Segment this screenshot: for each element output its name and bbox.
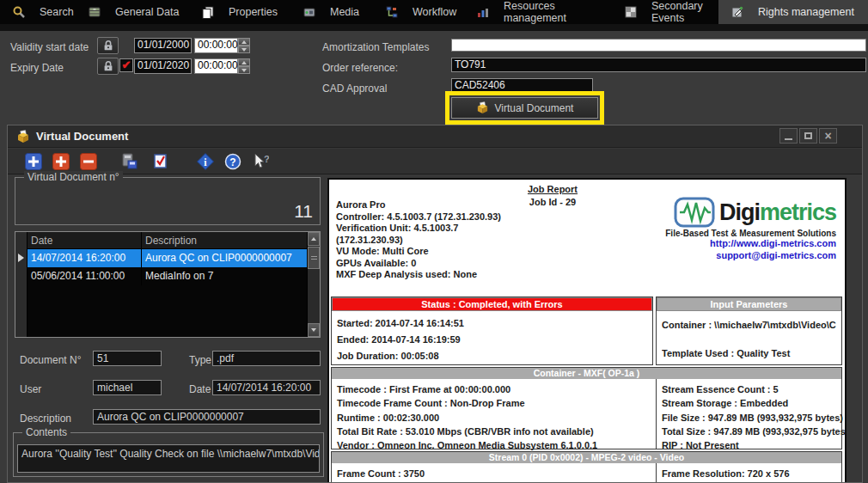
expiry-lock-button[interactable]	[97, 58, 119, 75]
arrow-up-icon	[311, 237, 316, 241]
expiry-time-stepper	[238, 58, 250, 74]
maximize-button[interactable]	[799, 128, 817, 144]
dialog-titlebar[interactable]: Virtual Document ×	[8, 125, 862, 148]
current-row-marker-icon	[18, 254, 24, 262]
table-scrollbar[interactable]	[307, 232, 320, 337]
column-header-description[interactable]: Description	[142, 232, 200, 248]
type-field[interactable]: .pdf	[212, 351, 321, 366]
tab-media[interactable]: Media	[290, 0, 373, 24]
order-reference-field[interactable]: TO791	[451, 58, 866, 72]
report-line: Timecode : First Frame at 00:00:00.000	[337, 382, 656, 396]
report-line: Ended: 2014-07-14 16:19:59	[337, 334, 647, 345]
brand-url: http://www.digi-metrics.com	[621, 238, 836, 250]
expiry-time-field[interactable]: 00:00:00	[194, 58, 238, 74]
save-button[interactable]	[121, 153, 138, 170]
digimetrics-logo: Digimetrics File-Based Test & Measuremen…	[621, 197, 836, 261]
order-reference-label: Order reference:	[322, 62, 398, 74]
input-parameters-header: Input Parameters	[657, 297, 841, 311]
report-line: File Size : 947.89 MB (993,932,975 bytes…	[662, 411, 841, 425]
delete-record-button[interactable]	[80, 153, 97, 170]
input-parameter-lines: Container : \\michaelw7\mtxdb\Video\CLIP…	[657, 311, 841, 358]
tab-rights-management[interactable]: Rights management	[718, 0, 868, 24]
description-label: Description	[20, 413, 71, 425]
tab-properties[interactable]: Properties	[189, 0, 290, 24]
spin-down-button[interactable]	[238, 46, 250, 53]
arrow-down-icon	[311, 328, 316, 332]
window-controls: ×	[779, 128, 837, 144]
arrow-up-icon	[241, 40, 247, 44]
scroll-up-button[interactable]	[308, 232, 320, 246]
spin-down-button[interactable]	[238, 66, 250, 74]
svg-text:?: ?	[229, 156, 235, 168]
search-icon	[12, 5, 26, 19]
report-line: Stream Storage : Embedded	[662, 396, 841, 410]
stream-section: Stream 0 (PID 0x0002) - MPEG-2 video - V…	[331, 451, 842, 483]
spin-up-button[interactable]	[238, 38, 250, 46]
add-record-button[interactable]	[25, 153, 42, 170]
brand-name: Digimetrics	[719, 201, 836, 224]
info-button[interactable]: i	[197, 153, 214, 170]
svg-text:?: ?	[264, 154, 269, 164]
report-line: MXF Deep Analysis used: None	[336, 269, 501, 281]
lock-icon	[102, 40, 114, 52]
validity-date-field[interactable]: 01/01/2000	[134, 38, 192, 53]
help-button[interactable]: ?	[224, 153, 241, 170]
spin-up-button[interactable]	[238, 58, 250, 66]
report-line: Frame Resolution: 720 x 576	[662, 467, 841, 480]
report-line: Started: 2014-07-14 16:14:51	[337, 318, 647, 328]
app-window: Search General Data Properties Media Wor…	[0, 0, 868, 483]
amortization-input[interactable]	[451, 39, 866, 52]
button-label: Virtual Document	[495, 102, 574, 114]
group-label: Virtual Document n°	[24, 171, 123, 183]
virtual-document-number: 11	[294, 201, 313, 222]
tab-general-data[interactable]: General Data	[76, 0, 189, 24]
date-field[interactable]: 14/07/2014 16:20:00	[212, 380, 321, 395]
context-help-button[interactable]: ?	[252, 153, 269, 170]
cell-date: 14/07/2014 16:20:00	[28, 249, 142, 267]
report-line: Job Duration: 00:05:08	[337, 351, 647, 361]
cell-description: Aurora QC on CLIP0000000007	[142, 249, 307, 267]
virtual-document-number-group: Virtual Document n° 11	[15, 177, 321, 225]
expiry-checkbox[interactable]: ✔	[119, 58, 133, 72]
user-field[interactable]: michael	[93, 380, 162, 395]
validity-lock-button[interactable]	[97, 37, 119, 54]
status-lines: Started: 2014-07-14 16:14:51Ended: 2014-…	[332, 311, 652, 361]
tab-resources-management[interactable]: Resources management	[464, 0, 612, 24]
tab-workflow[interactable]: Workflow	[373, 0, 464, 24]
report-line: Aurora Pro	[336, 199, 501, 211]
tab-label: Resources management	[504, 0, 612, 24]
contents-field[interactable]: Aurora ''Quality Test'' Quality Check on…	[17, 444, 320, 473]
user-label: User	[20, 383, 41, 395]
tab-label: Secondary Events	[651, 0, 718, 24]
tab-label: Media	[330, 6, 359, 18]
waveform-logo-icon	[674, 197, 715, 228]
column-header-date[interactable]: Date	[28, 232, 142, 248]
rights-pen-icon	[730, 5, 744, 19]
validate-document-button[interactable]	[152, 153, 169, 170]
validity-time-field[interactable]: 00:00:00	[194, 38, 238, 53]
status-header: Status : Completed, with Errors	[332, 297, 652, 311]
virtual-document-button[interactable]: Virtual Document	[451, 97, 598, 119]
cell-date: 05/06/2014 11:00:00	[28, 267, 142, 285]
expiry-date-field[interactable]: 01/01/2020	[134, 58, 192, 74]
scroll-down-button[interactable]	[308, 323, 320, 337]
insert-record-button[interactable]	[52, 153, 70, 170]
tab-search[interactable]: Search	[0, 0, 76, 24]
report-job-id: Job Id - 29	[484, 197, 621, 207]
report-line: Total Size : 947.89 MB (993,932,975 byte…	[662, 425, 841, 438]
table-row[interactable]: 14/07/2014 16:20:00 Aurora QC on CLIP000…	[28, 249, 307, 267]
document-number-field[interactable]: 51	[93, 351, 162, 366]
scrollbar-thumb[interactable]	[308, 247, 320, 269]
container-right-column: Stream Essence Count : 5Stream Storage :…	[657, 379, 841, 452]
description-field[interactable]: Aurora QC on CLIP0000000007	[93, 409, 321, 425]
scrollbar-track[interactable]	[308, 269, 320, 323]
package-icon	[16, 130, 30, 144]
table-row[interactable]: 05/06/2014 11:00:00 MediaInfo on 7	[28, 267, 307, 285]
report-line: Verification Unit: 4.5.1003.7	[336, 223, 501, 235]
report-line: Frame Count : 3750	[337, 467, 656, 480]
resources-chart-icon	[476, 5, 490, 19]
container-section: Container - MXF( OP-1a ) Timecode : Firs…	[331, 367, 842, 449]
minimize-button[interactable]	[779, 128, 798, 144]
close-button[interactable]: ×	[819, 128, 837, 144]
tab-secondary-events[interactable]: Secondary Events	[612, 0, 718, 24]
